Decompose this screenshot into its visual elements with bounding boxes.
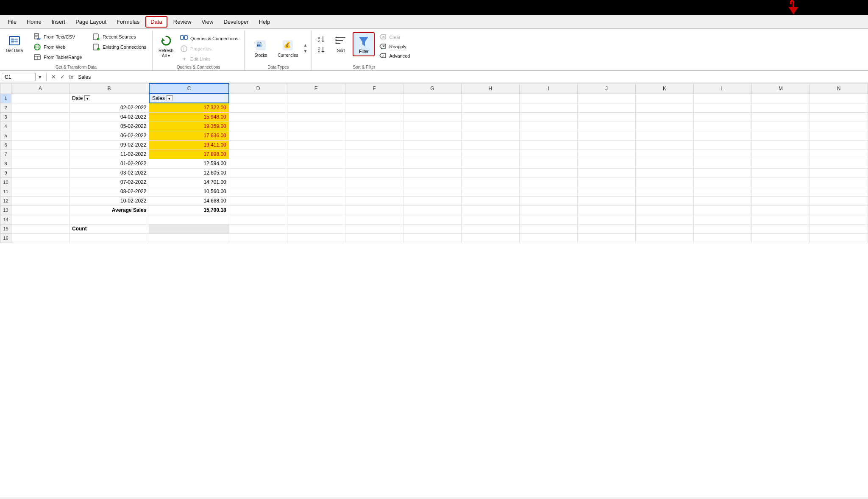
cell-r6-c7[interactable]: [403, 140, 461, 150]
cell-r10-c2[interactable]: 07-02-2022: [70, 177, 149, 187]
cell-r5-c12[interactable]: [693, 131, 751, 140]
menu-file[interactable]: File: [3, 17, 21, 27]
cell-r8-c7[interactable]: [403, 159, 461, 168]
cell-r13-c11[interactable]: [635, 205, 693, 215]
menu-help[interactable]: Help: [255, 17, 275, 27]
cell-r4-c6[interactable]: [345, 122, 403, 131]
cell-r8-c1[interactable]: [11, 159, 70, 168]
cell-r9-c2[interactable]: 03-02-2022: [70, 168, 149, 177]
cell-r2-c4[interactable]: [229, 103, 287, 112]
cell-r5-c4[interactable]: [229, 131, 287, 140]
cell-r6-c14[interactable]: [810, 140, 868, 150]
cell-r5-c2[interactable]: 06-02-2022: [70, 131, 149, 140]
cell-r2-c11[interactable]: [635, 103, 693, 112]
cell-r4-c4[interactable]: [229, 122, 287, 131]
cell-r7-c14[interactable]: [810, 150, 868, 159]
properties-button[interactable]: i Properties: [178, 44, 241, 53]
queries-connections-button[interactable]: Queries & Connections: [178, 34, 241, 43]
cell-r7-c12[interactable]: [693, 150, 751, 159]
sort-za-button[interactable]: Z A: [315, 45, 329, 55]
cell-r5-c10[interactable]: [577, 131, 635, 140]
cell-r14-c8[interactable]: [461, 215, 519, 224]
cell-r13-c5[interactable]: [287, 205, 345, 215]
cell-r3-c1[interactable]: [11, 112, 70, 122]
cell-r14-c10[interactable]: [577, 215, 635, 224]
cell-r12-c8[interactable]: [461, 196, 519, 205]
cell-r9-c7[interactable]: [403, 168, 461, 177]
menu-developer[interactable]: Developer: [219, 17, 253, 27]
cell-r16-c2[interactable]: [70, 233, 149, 243]
cell-r13-c12[interactable]: [693, 205, 751, 215]
cell-r12-c13[interactable]: [751, 196, 810, 205]
cell-r6-c2[interactable]: 09-02-2022: [70, 140, 149, 150]
cell-r7-c4[interactable]: [229, 150, 287, 159]
cell-r3-c2[interactable]: 04-02-2022: [70, 112, 149, 122]
cell-r16-c9[interactable]: [519, 233, 577, 243]
get-data-button[interactable]: Get Data: [3, 32, 25, 55]
cell-r15-c12[interactable]: [693, 224, 751, 233]
cell-r6-c4[interactable]: [229, 140, 287, 150]
cell-r4-c9[interactable]: [519, 122, 577, 131]
cell-r5-c3[interactable]: 17,636.00: [149, 131, 229, 140]
cell-r1-c14[interactable]: [810, 94, 868, 103]
cell-r1-c10[interactable]: [577, 94, 635, 103]
cell-r5-c13[interactable]: [751, 131, 810, 140]
cell-r5-c9[interactable]: [519, 131, 577, 140]
cell-r2-c12[interactable]: [693, 103, 751, 112]
cell-r1-c1[interactable]: [11, 94, 70, 103]
cell-r12-c4[interactable]: [229, 196, 287, 205]
cell-r8-c5[interactable]: [287, 159, 345, 168]
cell-r2-c14[interactable]: [810, 103, 868, 112]
menu-view[interactable]: View: [197, 17, 217, 27]
cell-r1-c9[interactable]: [519, 94, 577, 103]
clear-button[interactable]: Clear: [376, 33, 412, 42]
cell-r15-c13[interactable]: [751, 224, 810, 233]
cell-r3-c12[interactable]: [693, 112, 751, 122]
cell-r13-c2[interactable]: Average Sales: [70, 205, 149, 215]
cell-r14-c1[interactable]: [11, 215, 70, 224]
cell-r1-c5[interactable]: [287, 94, 345, 103]
cell-r16-c1[interactable]: [11, 233, 70, 243]
cell-r11-c5[interactable]: [287, 187, 345, 196]
cell-r6-c8[interactable]: [461, 140, 519, 150]
cell-r4-c5[interactable]: [287, 122, 345, 131]
cell-r12-c14[interactable]: [810, 196, 868, 205]
date-filter-dropdown[interactable]: ▾: [84, 95, 90, 101]
cell-r4-c3[interactable]: 19,359.00: [149, 122, 229, 131]
cell-r12-c7[interactable]: [403, 196, 461, 205]
cell-r10-c14[interactable]: [810, 177, 868, 187]
cell-r9-c5[interactable]: [287, 168, 345, 177]
expand-icon[interactable]: ▾: [37, 74, 43, 80]
cell-r7-c11[interactable]: [635, 150, 693, 159]
cell-r4-c7[interactable]: [403, 122, 461, 131]
cell-r7-c7[interactable]: [403, 150, 461, 159]
menu-formulas[interactable]: Formulas: [112, 17, 144, 27]
sort-az-button[interactable]: A Z: [315, 35, 329, 44]
currencies-button[interactable]: 💰 Currencies: [275, 37, 300, 59]
cell-r16-c12[interactable]: [693, 233, 751, 243]
cell-r10-c3[interactable]: 14,701.00: [149, 177, 229, 187]
cell-r6-c6[interactable]: [345, 140, 403, 150]
cell-r2-c3[interactable]: 17,322.00: [149, 103, 229, 112]
cell-r6-c3[interactable]: 19,411.00: [149, 140, 229, 150]
cell-r11-c7[interactable]: [403, 187, 461, 196]
cell-r2-c6[interactable]: [345, 103, 403, 112]
cell-r6-c1[interactable]: [11, 140, 70, 150]
cell-r4-c8[interactable]: [461, 122, 519, 131]
scroll-up-icon[interactable]: ▲: [303, 42, 309, 48]
cell-r5-c7[interactable]: [403, 131, 461, 140]
cell-r7-c6[interactable]: [345, 150, 403, 159]
cell-r4-c12[interactable]: [693, 122, 751, 131]
cell-r15-c8[interactable]: [461, 224, 519, 233]
cell-r14-c5[interactable]: [287, 215, 345, 224]
cell-r15-c6[interactable]: [345, 224, 403, 233]
cell-r4-c10[interactable]: [577, 122, 635, 131]
cell-r8-c4[interactable]: [229, 159, 287, 168]
formula-input[interactable]: [76, 73, 866, 81]
cell-r6-c11[interactable]: [635, 140, 693, 150]
cell-r8-c3[interactable]: 12,594.00: [149, 159, 229, 168]
cell-r15-c11[interactable]: [635, 224, 693, 233]
cell-r16-c8[interactable]: [461, 233, 519, 243]
cell-r15-c3[interactable]: [149, 224, 229, 233]
cell-r15-c1[interactable]: [11, 224, 70, 233]
